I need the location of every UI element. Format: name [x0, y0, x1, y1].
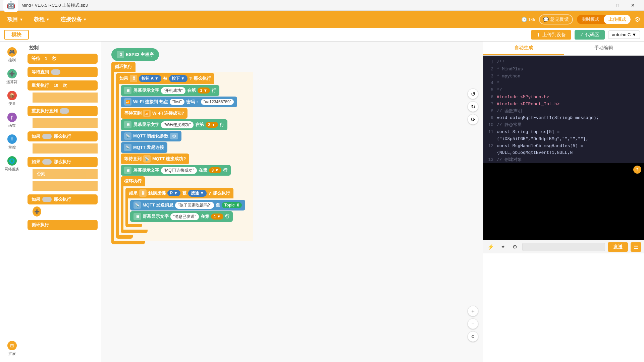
feedback-button[interactable]: 💬 意见反馈 — [539, 14, 573, 24]
connect-arrow-icon: ▼ — [83, 17, 87, 21]
sidebar-item-expand[interactable]: ⊞ 扩展 — [2, 339, 22, 359]
code-line-4: 4 * — [487, 80, 641, 87]
blocks-section-title: 控制 — [28, 45, 98, 51]
tutorial-arrow-icon: ▼ — [46, 17, 50, 21]
sidebar-item-board[interactable]: 🎛 掌控 — [2, 132, 22, 152]
display-text-1-block[interactable]: 🖥 屏幕显示文字 "开机成功" 在第 1 ▼ 行 — [121, 85, 249, 96]
if-add-block-group: 如果 那么执行 ➕ — [28, 194, 98, 217]
wifi-connect-icon: 📶 — [124, 98, 131, 106]
arduino-select[interactable]: arduino C ▼ — [608, 31, 640, 39]
touch-p-dropdown[interactable]: P ▼ — [167, 190, 180, 196]
window-controls: — □ ✕ — [594, 0, 641, 11]
upload-device-button[interactable]: ⬆ 上传到设备 — [531, 30, 571, 40]
close-button[interactable]: ✕ — [625, 0, 641, 11]
mqtt-init-block[interactable]: 📡 MQTT 初始化参数 ⚙ — [121, 131, 249, 141]
app-title: Mind+ V1.6.5 RC1.0 上传模式.sb3 — [21, 2, 88, 8]
sidebar-item-functions[interactable]: ƒ 函数 — [2, 110, 22, 130]
rotate-cw-button[interactable]: ↻ — [468, 101, 478, 112]
inner-loop-body: 如果 🎛 触摸按键 P ▼ 被 接通 ▼ ? 那么执行 — [121, 186, 249, 230]
mqtt-connect-icon: 📡 — [124, 144, 131, 151]
if-then-block-group: 如果 那么执行 — [28, 131, 98, 154]
code-editor[interactable]: 1 /*! 2 * MindPlus 3 * mpython 4 * 5 */ … — [483, 56, 644, 163]
wifi-connect-block[interactable]: 📶 Wi-Fi 连接到 热点 "first" 密码： "aa123456789" — [121, 97, 249, 107]
outer-loop-block: 循环执行 如果 🎛 按钮 A ▼ 被 按下 ▼ ? 那么执行 — [111, 62, 253, 244]
sidebar-item-variables[interactable]: 📦 变量 — [2, 88, 22, 109]
add-btn-block[interactable]: ➕ — [33, 206, 41, 217]
repeat-until-block[interactable]: 重复执行直到 — [28, 106, 98, 116]
tutorial-menu[interactable]: 教程 ▼ — [30, 14, 54, 25]
bluetooth-icon[interactable]: ✦ — [498, 242, 507, 252]
fit-button[interactable]: ⊙ — [468, 331, 478, 342]
repeat-until-block-group: 重复执行直到 — [28, 106, 98, 128]
module-button[interactable]: 模块 — [4, 30, 29, 40]
line1-num[interactable]: 1 ▼ — [198, 87, 210, 94]
sidebar-item-operators[interactable]: ➕ 运算符 — [2, 67, 22, 87]
line4-num[interactable]: 4 ▼ — [211, 214, 224, 220]
terminal-area[interactable]: ? — [483, 163, 644, 240]
mqtt-publish-block[interactable]: 📡 MQTT 发送消息 "孩子回家吃饭吗?" 至 Topic_0 — [130, 200, 245, 210]
minimize-button[interactable]: — — [594, 0, 610, 11]
canvas-area[interactable]: 🎛 ESP32 主程序 循环执行 如果 🎛 按钮 A ▼ — [101, 42, 483, 362]
mqtt-gear-icon[interactable]: ⚙ — [170, 133, 178, 139]
button-a-dropdown[interactable]: 按钮 A ▼ — [139, 75, 161, 82]
press-down-dropdown[interactable]: 按下 ▼ — [169, 75, 187, 82]
upload-mode-button[interactable]: 上传模式 — [604, 15, 631, 24]
usb-icon[interactable]: ⚡ — [486, 242, 495, 252]
settings-button[interactable]: ⚙ — [635, 15, 641, 23]
connect-dropdown[interactable]: 接通 ▼ — [188, 190, 207, 197]
display4-icon: 🖥 — [133, 213, 141, 220]
mqtt-connect-block[interactable]: 📡 MQTT 发起连接 — [121, 142, 249, 153]
inner-loop-head[interactable]: 循环执行 — [121, 176, 145, 186]
display-text-2-block[interactable]: 🖥 屏幕显示文字 "WiFi连接成功" 在第 2 ▼ 行 — [121, 119, 249, 130]
if-then-block[interactable]: 如果 那么执行 — [28, 131, 98, 141]
if-touch-head[interactable]: 如果 🎛 触摸按键 P ▼ 被 接通 ▼ ? 那么执行 — [125, 188, 233, 198]
menu-right: 🕐 1% 💬 意见反馈 实时模式 上传模式 ⚙ — [521, 14, 641, 24]
zoom-in-button[interactable]: ＋ — [468, 306, 478, 316]
operators-icon: ➕ — [7, 69, 17, 78]
wait-until-block[interactable]: 等待直到 — [28, 67, 98, 77]
project-arrow-icon: ▼ — [19, 17, 23, 21]
display2-icon: 🖥 — [124, 121, 131, 128]
connect-device-menu[interactable]: 连接设备 ▼ — [56, 14, 91, 25]
refresh-button[interactable]: ⟳ — [468, 114, 478, 125]
serial-menu-button[interactable]: ☰ — [631, 242, 641, 252]
touch-icon: 🎛 — [139, 189, 147, 197]
maximize-button[interactable]: □ — [610, 0, 625, 11]
rotate-ccw-button[interactable]: ↺ — [468, 88, 478, 99]
code-line-12: 12 const MsgHandleCb msgHandles[5] = {NU… — [487, 143, 641, 157]
serial-input[interactable] — [522, 243, 605, 251]
tab-manual-edit[interactable]: 手动编辑 — [564, 42, 644, 55]
sidebar-item-control[interactable]: 🎮 控制 — [2, 45, 22, 65]
history-icon: 🕐 — [521, 17, 527, 22]
realtime-mode-button[interactable]: 实时模式 — [577, 15, 604, 24]
line3-num[interactable]: 3 ▼ — [209, 167, 222, 173]
wait-mqtt-block[interactable]: 等待直到 📡 MQTT 连接成功? — [121, 154, 249, 164]
esp32-hat-block[interactable]: 🎛 ESP32 主程序 — [111, 48, 253, 61]
if-button-a-head[interactable]: 如果 🎛 按钮 A ▼ 被 按下 ▼ ? 那么执行 — [116, 73, 214, 84]
password-label: "aa123456789" — [201, 99, 234, 105]
wait-seconds-block[interactable]: 等待 1 秒 — [28, 54, 98, 64]
if-else-block[interactable]: 如果 那么执行 — [28, 157, 98, 167]
serial-send-button[interactable]: 发送 — [608, 242, 628, 252]
wait-wifi-block[interactable]: 等待直到 📶 Wi-Fi 连接成功? — [121, 108, 249, 119]
topic-dropdown[interactable]: Topic_0 — [222, 202, 242, 208]
settings-serial-icon[interactable]: ⚙ — [510, 242, 520, 252]
sidebar-item-network[interactable]: 🌐 网络服务 — [2, 154, 22, 174]
project-menu[interactable]: 项目 ▼ — [3, 14, 27, 25]
outer-loop-head[interactable]: 循环执行 — [111, 62, 136, 72]
display-text-4-block[interactable]: 🖥 屏幕显示文字 "消息已发送" 在第 4 ▼ 行 — [130, 211, 245, 222]
functions-icon: ƒ — [7, 113, 17, 122]
display-text-3-block[interactable]: 🖥 屏幕显示文字 "MQTT连接成功" 在第 3 ▼ 行 — [121, 165, 249, 176]
if-else-block-group: 如果 那么执行 否则 — [28, 157, 98, 191]
zoom-out-button[interactable]: － — [468, 318, 478, 329]
if-add-block[interactable]: 如果 那么执行 — [28, 194, 98, 204]
line2-num[interactable]: 2 ▼ — [206, 122, 218, 128]
history-button[interactable]: 🕐 1% — [521, 17, 535, 22]
code-area-button[interactable]: ✓ 代码区 — [575, 30, 605, 40]
tab-auto-generate[interactable]: 自动生成 — [483, 42, 564, 55]
sidebar: 🎮 控制 ➕ 运算符 📦 变量 ƒ 函数 🎛 掌控 🌐 网络服务 ⊞ 扩展 — [0, 42, 24, 362]
terminal-help-button[interactable]: ? — [633, 166, 641, 174]
display3-icon: 🖥 — [124, 167, 131, 174]
loop-forever-block[interactable]: 循环执行 — [28, 220, 98, 230]
repeat-n-block[interactable]: 重复执行 10 次 — [28, 80, 98, 90]
